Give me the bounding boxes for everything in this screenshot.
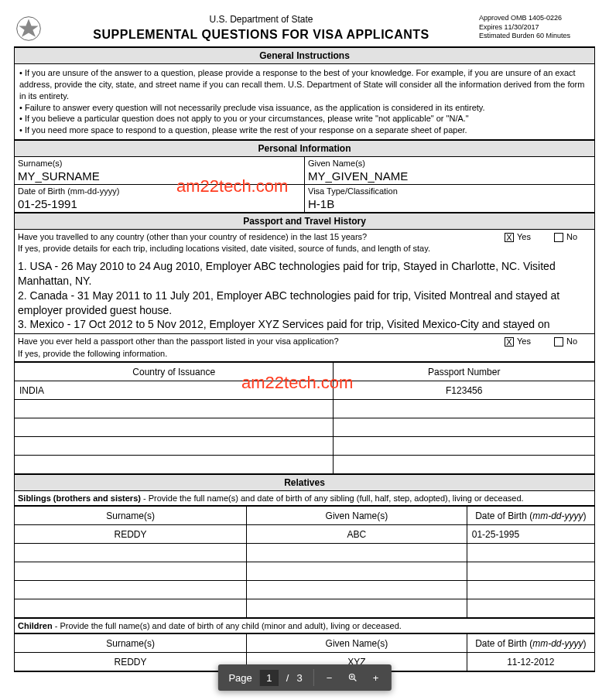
children-col-dob: Date of Birth (mm-dd-yyyy) — [467, 634, 594, 653]
siblings-intro-rest: - Provide the full name(s) and date of b… — [141, 493, 524, 503]
yes-label: Yes — [517, 231, 531, 243]
no-label: No — [566, 336, 577, 347]
page-number-input[interactable] — [260, 670, 279, 686]
children-col-given: Given Name(s) — [247, 634, 467, 653]
travel-question-1: Have you travelled to any country (other… — [15, 230, 594, 257]
answer-line: 2. Canada - 31 May 2011 to 11 July 201, … — [18, 289, 591, 318]
omb-block: Approved OMB 1405-0226 Expires 11/30/201… — [479, 14, 595, 41]
siblings-table: Surname(s) Given Name(s) Date of Birth (… — [15, 506, 594, 618]
document-page: U.S. Department of State SUPPLEMENTAL QU… — [0, 0, 609, 700]
given-name-value: MY_GIVEN_NAME — [308, 168, 591, 183]
toolbar-divider — [313, 669, 314, 686]
svg-line-2 — [354, 679, 356, 681]
section-general-instructions: General Instructions — [15, 48, 594, 64]
answer-line: 1. USA - 26 May 2010 to 24 Aug 2010, Emp… — [18, 259, 591, 289]
table-row — [15, 581, 594, 599]
visa-type-label: Visa Type/Classification — [308, 186, 591, 196]
visa-type-value: H-1B — [308, 196, 591, 210]
page-label: Page — [222, 664, 258, 691]
siblings-intro-bold: Siblings (brothers and sisters) — [18, 493, 141, 503]
children-intro-rest: - Provide the full name(s) and date of b… — [53, 621, 402, 630]
children-col-surname: Surname(s) — [15, 634, 247, 653]
child-surname: REDDY — [15, 653, 247, 671]
sibling-surname: REDDY — [15, 525, 247, 544]
table-row — [15, 599, 594, 618]
omb-line: Approved OMB 1405-0226 — [479, 14, 595, 23]
yes-label: Yes — [517, 336, 531, 347]
siblings-col-surname: Surname(s) — [15, 507, 247, 525]
instruction-line: • If you need more space to respond to a… — [19, 125, 590, 136]
given-name-cell: Given Name(s) MY_GIVEN_NAME — [305, 157, 594, 185]
passport-col-country: Country of Issuance — [15, 363, 334, 381]
zoom-in-button[interactable]: + — [365, 664, 387, 691]
zoom-reset-button[interactable] — [342, 664, 364, 691]
passport-col-number: Passport Number — [334, 363, 594, 381]
table-row — [15, 400, 594, 418]
siblings-col-dob: Date of Birth (mm-dd-yyyy) — [467, 507, 594, 525]
dob-label: Date of Birth (mm-dd-yyyy) — [18, 186, 301, 196]
surname-value: MY_SURNAME — [18, 168, 301, 183]
table-row — [15, 456, 594, 474]
name-row: Surname(s) MY_SURNAME Given Name(s) MY_G… — [15, 157, 594, 185]
travel-question-2: Have you ever held a passport other than… — [15, 334, 594, 362]
surname-label: Surname(s) — [18, 159, 301, 168]
siblings-col-given: Given Name(s) — [247, 507, 467, 525]
no-label: No — [566, 231, 577, 243]
q1-answer: 1. USA - 26 May 2010 to 24 Aug 2010, Emp… — [15, 257, 594, 334]
instruction-line: • If you are unsure of the answer to a q… — [19, 67, 590, 102]
form-area: General Instructions • If you are unsure… — [14, 46, 595, 672]
q1-subtext: If yes, provide details for each trip, i… — [18, 243, 591, 254]
sibling-dob: 01-25-1995 — [467, 525, 594, 544]
q1-text: Have you travelled to any country (other… — [18, 231, 495, 243]
pdf-toolbar: Page / 3 − + — [217, 664, 391, 691]
visa-type-cell: Visa Type/Classification H-1B — [305, 185, 594, 213]
passport-table: Country of Issuance Passport Number INDI… — [15, 362, 594, 474]
surname-cell: Surname(s) MY_SURNAME — [15, 157, 305, 185]
table-row — [15, 562, 594, 581]
zoom-out-button[interactable]: − — [319, 664, 340, 691]
dob-value: 01-25-1991 — [18, 196, 301, 210]
dob-visa-row: Date of Birth (mm-dd-yyyy) 01-25-1991 Vi… — [15, 185, 594, 213]
page-title: SUPPLEMENTAL QUESTIONS FOR VISA APPLICAN… — [43, 28, 479, 42]
page-sep: / — [280, 664, 296, 691]
children-intro: Children - Provide the full name(s) and … — [15, 618, 594, 633]
q2-subtext: If yes, provide the following informatio… — [18, 348, 591, 360]
department-line: U.S. Department of State — [43, 14, 479, 25]
magnifier-icon — [348, 671, 358, 684]
passport-country: INDIA — [15, 381, 334, 400]
answer-line: 3. Mexico - 17 Oct 2012 to 5 Nov 2012, E… — [18, 317, 591, 332]
table-row — [15, 418, 594, 437]
q1-no-checkbox[interactable] — [554, 233, 563, 242]
table-row: REDDY ABC 01-25-1995 — [15, 525, 594, 544]
table-row — [15, 437, 594, 456]
q2-yes-checkbox[interactable]: X — [505, 337, 514, 347]
section-passport-travel: Passport and Travel History — [15, 213, 594, 230]
instructions-block: • If you are unsure of the answer to a q… — [15, 64, 594, 140]
instruction-line: • If you believe a particular question d… — [19, 113, 590, 125]
q1-yes-checkbox[interactable]: X — [505, 233, 514, 242]
child-dob: 11-12-2012 — [467, 653, 594, 671]
page-total: 3 — [296, 664, 308, 691]
q2-no-checkbox[interactable] — [554, 337, 563, 347]
omb-line: Estimated Burden 60 Minutes — [479, 32, 595, 41]
header: U.S. Department of State SUPPLEMENTAL QU… — [14, 14, 595, 43]
us-seal-icon — [14, 14, 43, 43]
section-personal-info: Personal Information — [15, 140, 594, 157]
instruction-line: • Failure to answer every question will … — [19, 102, 590, 114]
passport-number: F123456 — [334, 381, 594, 400]
dob-cell: Date of Birth (mm-dd-yyyy) 01-25-1991 — [15, 185, 305, 213]
siblings-intro: Siblings (brothers and sisters) - Provid… — [15, 491, 594, 506]
table-row — [15, 544, 594, 562]
title-block: U.S. Department of State SUPPLEMENTAL QU… — [43, 14, 479, 42]
given-name-label: Given Name(s) — [308, 159, 591, 168]
children-intro-bold: Children — [18, 621, 53, 630]
section-relatives: Relatives — [15, 474, 594, 491]
table-row: INDIA F123456 — [15, 381, 594, 400]
sibling-given: ABC — [247, 525, 467, 544]
omb-line: Expires 11/30/2017 — [479, 23, 595, 32]
q2-text: Have you ever held a passport other than… — [18, 336, 495, 347]
